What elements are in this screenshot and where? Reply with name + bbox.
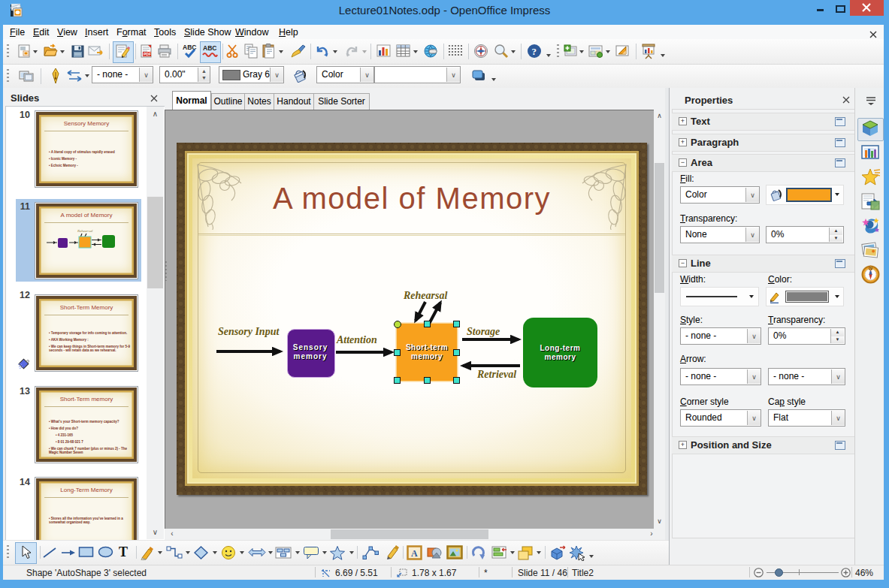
svg-text:PDF: PDF <box>144 52 151 56</box>
svg-text:?: ? <box>532 46 537 57</box>
svg-text:Rehearsal: Rehearsal <box>77 229 93 233</box>
svg-text:N: N <box>869 266 872 270</box>
svg-text:ABC: ABC <box>203 44 216 52</box>
svg-text:A: A <box>411 548 418 559</box>
